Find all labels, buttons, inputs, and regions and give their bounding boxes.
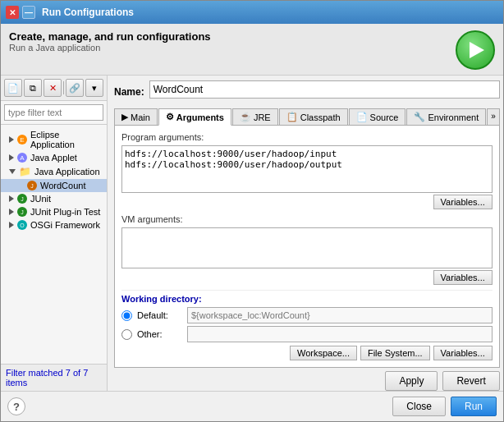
header-subtitle: Run a Java application bbox=[9, 43, 211, 53]
sidebar: 📄 ⧉ ✕ 🔗 ▾ E Eclipse Application bbox=[1, 76, 108, 391]
apply-revert-row: Apply Revert bbox=[114, 368, 500, 391]
vm-args-label: VM arguments: bbox=[121, 214, 493, 224]
sidebar-item-junit-plugin[interactable]: J JUnit Plug-in Test bbox=[1, 205, 107, 218]
window-title: Run Configurations bbox=[42, 7, 134, 18]
run-triangle-icon bbox=[470, 42, 484, 58]
junit-icon: J bbox=[17, 194, 27, 204]
run-button[interactable]: Run bbox=[451, 397, 497, 416]
collapse-button[interactable]: ▾ bbox=[85, 79, 103, 97]
tab-main[interactable]: ▶ Main bbox=[114, 108, 158, 125]
program-args-input[interactable]: hdfs://localhost:9000/user/hadoop/input … bbox=[121, 145, 493, 193]
applet-icon: A bbox=[17, 153, 27, 163]
header-section: Create, manage, and run configurations R… bbox=[1, 24, 503, 76]
java-folder-icon: 📁 bbox=[19, 166, 31, 177]
name-row: Name: bbox=[114, 80, 500, 103]
env-tab-icon: 🔧 bbox=[414, 112, 425, 122]
args-tab-icon: ⚙ bbox=[166, 112, 174, 122]
new-config-button[interactable]: 📄 bbox=[4, 79, 22, 97]
sidebar-search-area bbox=[1, 101, 107, 125]
sidebar-item-osgi[interactable]: O OSGi Framework bbox=[1, 218, 107, 232]
link-button[interactable]: 🔗 bbox=[66, 79, 84, 97]
vm-vars-button[interactable]: Variables... bbox=[433, 270, 493, 285]
bottom-bar: ? Close Run bbox=[1, 391, 503, 421]
filter-input[interactable] bbox=[4, 104, 103, 121]
configuration-tree: E Eclipse Application A Java Applet 📁 Ja… bbox=[1, 125, 107, 364]
duplicate-config-button[interactable]: ⧉ bbox=[24, 79, 42, 97]
close-window-button[interactable]: ✕ bbox=[6, 6, 19, 19]
help-button[interactable]: ? bbox=[7, 397, 25, 415]
header-titles: Create, manage, and run configurations R… bbox=[9, 30, 211, 53]
run-header-button[interactable] bbox=[456, 30, 495, 70]
expand-junit-plugin-icon bbox=[9, 209, 14, 215]
expand-osgi-icon bbox=[9, 222, 14, 228]
minimize-button[interactable]: — bbox=[22, 6, 35, 19]
working-dir-label: Working directory: bbox=[121, 294, 493, 304]
run-configurations-window: ✕ — Run Configurations Create, manage, a… bbox=[0, 0, 504, 422]
filter-status: Filter matched 7 of 7 items bbox=[1, 364, 107, 391]
default-dir-input bbox=[187, 307, 493, 323]
arguments-panel: Program arguments: hdfs://localhost:9000… bbox=[114, 126, 500, 368]
tab-environment[interactable]: 🔧 Environment bbox=[406, 108, 486, 125]
variables-button[interactable]: Variables... bbox=[433, 346, 493, 360]
tab-bar: ▶ Main ⚙ Arguments ☕ JRE 📋 Classpath 📄 bbox=[114, 108, 500, 126]
default-label: Default: bbox=[137, 310, 182, 320]
revert-button[interactable]: Revert bbox=[442, 371, 499, 391]
tab-classpath[interactable]: 📋 Classpath bbox=[279, 108, 348, 125]
default-radio-row: Default: bbox=[121, 307, 493, 323]
expand-applet-icon bbox=[9, 154, 14, 161]
expand-eclipse-icon bbox=[9, 136, 14, 143]
tab-arguments[interactable]: ⚙ Arguments bbox=[158, 108, 231, 126]
main-panel: Name: ▶ Main ⚙ Arguments ☕ JRE 📋 bbox=[108, 76, 503, 391]
sidebar-item-junit[interactable]: J JUnit bbox=[1, 192, 107, 205]
tab-jre[interactable]: ☕ JRE bbox=[232, 108, 278, 125]
vm-args-input[interactable] bbox=[121, 227, 493, 268]
other-dir-input[interactable] bbox=[187, 326, 493, 342]
delete-config-button[interactable]: ✕ bbox=[44, 79, 62, 97]
other-radio-row: Other: bbox=[121, 326, 493, 342]
other-radio[interactable] bbox=[121, 329, 132, 340]
sidebar-toolbar: 📄 ⧉ ✕ 🔗 ▾ bbox=[1, 76, 107, 101]
expand-junit-icon bbox=[9, 195, 14, 202]
working-dir-section: Working directory: Default: Other: Works… bbox=[121, 290, 493, 360]
bottom-left: ? bbox=[7, 397, 387, 415]
working-dir-buttons: Workspace... File System... Variables... bbox=[121, 346, 493, 360]
sidebar-item-java-application[interactable]: 📁 Java Application bbox=[1, 164, 107, 179]
eclipse-icon: E bbox=[17, 135, 27, 144]
program-args-section: Program arguments: hdfs://localhost:9000… bbox=[121, 132, 493, 209]
workspace-button[interactable]: Workspace... bbox=[290, 346, 357, 360]
expand-java-app-icon bbox=[9, 169, 16, 174]
main-tab-icon: ▶ bbox=[121, 112, 128, 122]
other-label: Other: bbox=[137, 329, 182, 339]
tab-overflow[interactable]: » bbox=[487, 108, 500, 125]
tab-source[interactable]: 📄 Source bbox=[349, 108, 406, 125]
osgi-icon: O bbox=[17, 220, 27, 230]
close-button[interactable]: Close bbox=[392, 397, 446, 416]
sidebar-item-eclipse[interactable]: E Eclipse Application bbox=[1, 128, 107, 151]
filesystem-button[interactable]: File System... bbox=[360, 346, 430, 360]
default-radio[interactable] bbox=[121, 310, 132, 321]
sidebar-item-applet[interactable]: A Java Applet bbox=[1, 151, 107, 164]
content-area: 📄 ⧉ ✕ 🔗 ▾ E Eclipse Application bbox=[1, 76, 503, 391]
apply-button[interactable]: Apply bbox=[385, 371, 438, 391]
name-label: Name: bbox=[114, 86, 144, 98]
name-input[interactable] bbox=[149, 80, 500, 99]
junit-plugin-icon: J bbox=[17, 207, 27, 217]
header-title: Create, manage, and run configurations bbox=[9, 30, 211, 43]
title-bar: ✕ — Run Configurations bbox=[1, 1, 503, 24]
source-tab-icon: 📄 bbox=[356, 112, 368, 122]
program-args-label: Program arguments: bbox=[121, 132, 493, 142]
sidebar-item-wordcount[interactable]: J WordCount bbox=[1, 179, 107, 192]
program-vars-button[interactable]: Variables... bbox=[433, 195, 493, 209]
vm-args-section: VM arguments: Variables... bbox=[121, 214, 493, 285]
wordcount-icon: J bbox=[27, 181, 37, 190]
jre-tab-icon: ☕ bbox=[240, 112, 251, 122]
classpath-tab-icon: 📋 bbox=[286, 112, 298, 122]
